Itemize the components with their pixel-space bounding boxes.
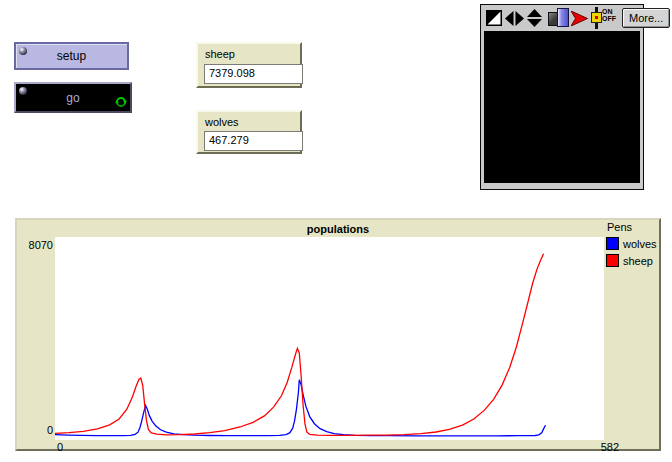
legend-item-sheep: sheep	[606, 254, 657, 267]
sheep-pen-swatch	[606, 254, 619, 267]
agent-sphere-icon	[19, 87, 27, 95]
large-cube-icon	[557, 8, 569, 27]
legend-item-wolves: wolves	[606, 237, 657, 250]
x-axis-max-label: 582	[569, 441, 619, 453]
y-axis-min-label: 0	[19, 424, 53, 436]
adjust-height-icon[interactable]	[527, 9, 542, 27]
go-button[interactable]: go	[14, 82, 132, 113]
view-toolbar: ON OFF More...	[481, 5, 643, 31]
forever-loop-icon	[115, 96, 127, 108]
plot-title: populations	[17, 223, 659, 235]
wolves-pen-swatch	[606, 237, 619, 250]
legend-title: Pens	[607, 221, 657, 233]
world-view-canvas[interactable]	[484, 31, 640, 183]
x-axis-min-label: 0	[57, 441, 63, 453]
wolves-monitor-value: 467.279	[204, 131, 303, 151]
speed-arrow-icon[interactable]	[571, 11, 588, 26]
populations-plot: populations 8070 0 0 582 Pens wolves she…	[15, 218, 661, 451]
switch-on-label: ON	[602, 8, 613, 15]
sheep-monitor-value: 7379.098	[204, 64, 303, 84]
plot-canvas	[55, 237, 604, 440]
switch-knob-dot	[595, 16, 598, 19]
patch-size-cubes-icon[interactable]	[548, 9, 568, 27]
sheep-monitor-label: sheep	[205, 48, 235, 60]
world-view-window: ON OFF More...	[480, 4, 644, 190]
setup-button-label: setup	[57, 49, 86, 63]
switch-knob[interactable]	[591, 12, 602, 23]
sheep-pen-label: sheep	[623, 255, 653, 267]
switch-off-label: OFF	[602, 15, 616, 22]
setup-button[interactable]: setup	[14, 42, 129, 70]
wolves-monitor-label: wolves	[205, 116, 239, 128]
go-button-label: go	[66, 91, 79, 105]
sheep-monitor: sheep 7379.098	[196, 42, 302, 88]
wolves-pen-label: wolves	[623, 238, 657, 250]
on-off-switch[interactable]: ON OFF	[591, 7, 617, 29]
switch-labels: ON OFF	[602, 8, 616, 22]
agent-sphere-icon	[19, 47, 27, 55]
plot-legend: Pens wolves sheep	[606, 221, 657, 267]
adjust-width-icon[interactable]	[505, 11, 524, 26]
wolves-monitor: wolves 467.279	[196, 110, 302, 154]
plot-area	[55, 237, 604, 440]
netlogo-interface: setup go sheep 7379.098 wolves 467.279	[0, 0, 672, 462]
y-axis-max-label: 8070	[19, 239, 53, 251]
shrink-view-icon[interactable]	[486, 10, 502, 26]
more-button[interactable]: More...	[622, 8, 670, 28]
